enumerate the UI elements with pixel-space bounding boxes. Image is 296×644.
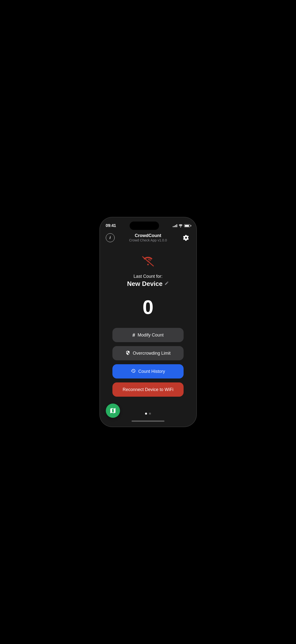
shield-icon [125,350,130,356]
svg-point-1 [147,264,149,265]
phone-frame: 09:41 i CrowdCount [100,217,196,427]
info-button[interactable]: i [106,233,115,242]
modify-count-label: Modify Count [138,332,164,338]
signal-bar-1 [173,226,174,227]
wifi-off-container [141,255,155,268]
signal-bar-4 [176,224,177,227]
page-dots [145,413,151,414]
wifi-status-icon [179,224,183,228]
map-icon [109,407,116,414]
signal-bar-3 [175,225,176,227]
dynamic-island [130,222,159,230]
gear-icon [183,234,189,241]
reconnect-label: Reconnect Device to WiFi [122,387,173,392]
app-subtitle: Crowd Check App v1.0.0 [129,238,167,242]
app-title: CrowdCount [129,233,167,238]
signal-bar-2 [174,226,175,227]
device-name: New Device [127,280,163,288]
status-bar: 09:41 [100,217,196,231]
device-name-row: New Device [127,280,169,288]
reconnect-button[interactable]: Reconnect Device to WiFi [112,382,184,397]
page-dot-1 [145,413,147,414]
device-label: Last Count for: [134,274,162,279]
status-icons [173,224,190,228]
overcrowding-limit-button[interactable]: Overcrowding Limit [112,346,184,360]
buttons-container: # Modify Count Overcrowding Limit [106,328,190,397]
battery-fill [185,225,189,227]
gear-button[interactable] [182,233,190,242]
battery-icon [184,224,190,227]
map-fab-button[interactable] [106,404,120,418]
header: i CrowdCount Crowd Check App v1.0.0 [100,231,196,244]
bottom-area [100,408,196,427]
modify-count-button[interactable]: # Modify Count [112,328,184,342]
count-history-button[interactable]: Count History [112,364,184,378]
header-center: CrowdCount Crowd Check App v1.0.0 [129,233,167,242]
edit-icon[interactable] [164,281,169,287]
wifi-off-icon [141,255,155,267]
main-content: Last Count for: New Device 0 # Modify Co… [100,244,196,408]
count-display: 0 [143,298,154,317]
status-time: 09:41 [106,223,116,228]
signal-bars [173,224,177,227]
count-history-label: Count History [138,369,165,374]
home-indicator [132,420,164,422]
svg-point-0 [180,227,181,228]
page-dot-2 [149,413,151,414]
overcrowding-limit-label: Overcrowding Limit [133,351,171,356]
hash-icon: # [132,332,135,338]
clock-icon [131,368,136,374]
